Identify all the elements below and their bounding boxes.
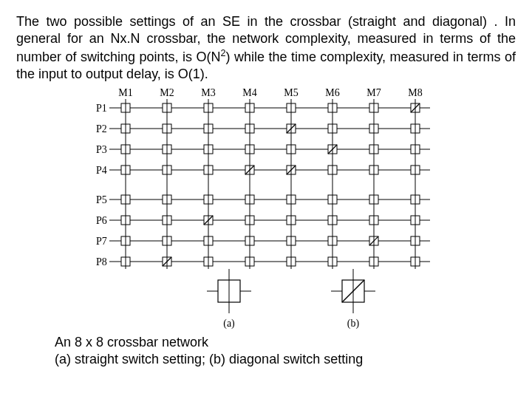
row-label: P7 xyxy=(96,236,107,247)
caption-line-1: An 8 x 8 crossbar network xyxy=(55,334,516,351)
row-label: P6 xyxy=(96,215,107,226)
row-label: P1 xyxy=(96,103,107,114)
body-paragraph: The two possible settings of an SE in th… xyxy=(16,13,516,83)
col-label: M8 xyxy=(408,87,422,98)
col-label: M5 xyxy=(284,87,298,98)
crossbar-svg: M1M2M3M4M5M6M7M8P1P2P3P4P5P6P7P8(a)(b) xyxy=(74,86,458,330)
caption-line-2: (a) straight switch setting; (b) diagona… xyxy=(55,351,516,368)
row-label: P3 xyxy=(96,144,107,155)
col-label: M4 xyxy=(242,87,256,98)
col-label: M7 xyxy=(366,87,381,98)
crossbar-figure: M1M2M3M4M5M6M7M8P1P2P3P4P5P6P7P8(a)(b) xyxy=(16,86,516,330)
col-label: M3 xyxy=(201,87,215,98)
legend-label: (a) xyxy=(223,318,235,330)
row-label: P5 xyxy=(96,194,107,205)
row-label: P4 xyxy=(96,165,107,176)
col-label: M6 xyxy=(325,87,339,98)
figure-caption: An 8 x 8 crossbar network (a) straight s… xyxy=(55,334,516,367)
legend-label: (b) xyxy=(347,318,360,330)
row-label: P8 xyxy=(96,256,107,267)
col-label: M1 xyxy=(118,87,132,98)
row-label: P2 xyxy=(96,123,107,134)
col-label: M2 xyxy=(160,87,174,98)
